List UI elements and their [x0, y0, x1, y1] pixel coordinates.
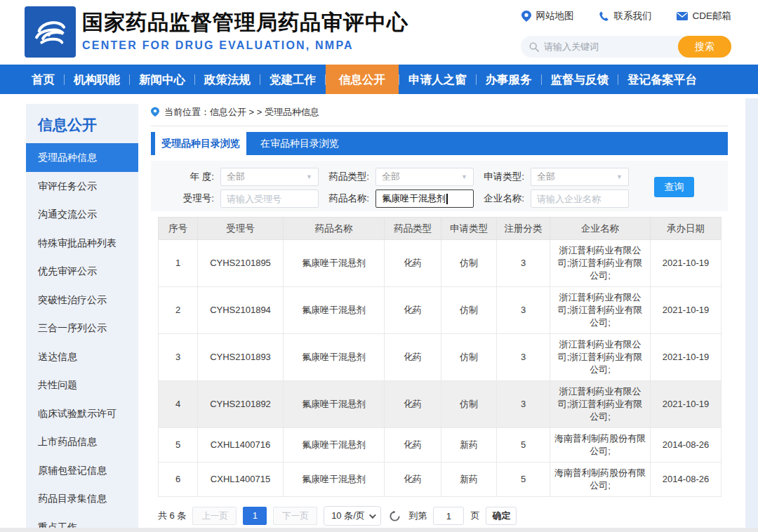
results-table-wrap: 序号受理号药品名称药品类型申请类型注册分类企业名称承办日期 1CYHS21018… — [158, 217, 721, 497]
breadcrumb: 当前位置：信息公开 > > 受理品种信息 — [151, 98, 728, 126]
table-cell: CYHS2101893 — [198, 334, 284, 381]
page-background-strip — [745, 98, 758, 528]
table-cell: CXHL1400716 — [198, 428, 284, 463]
tab-under-review-catalog[interactable]: 在审品种目录浏览 — [246, 132, 353, 155]
sidebar: 信息公开 受理品种信息审评任务公示沟通交流公示特殊审批品种列表优先审评公示突破性… — [26, 104, 138, 528]
sidebar-item-1[interactable]: 审评任务公示 — [26, 172, 138, 201]
table-cell: 化药 — [385, 287, 441, 334]
year-select-value: 全部 — [227, 171, 245, 183]
nav-item-4[interactable]: 党建工作 — [260, 65, 325, 94]
apply-type-select-value: 全部 — [537, 171, 555, 183]
query-button[interactable]: 查询 — [654, 177, 694, 197]
table-cell: CYHS2101894 — [198, 287, 284, 334]
table-row-2: 2CYHS2101894氟康唑干混悬剂化药仿制3浙江普利药业有限公司;浙江普利药… — [159, 287, 722, 334]
sidebar-item-6[interactable]: 三合一序列公示 — [26, 314, 138, 343]
search-icon — [529, 42, 539, 52]
nav-item-5[interactable]: 信息公开 — [326, 65, 399, 94]
table-cell: 浙江普利药业有限公司;浙江普利药业有限公司; — [550, 287, 651, 334]
next-page-button[interactable]: 下一页 — [273, 507, 317, 525]
sidebar-item-7[interactable]: 送达信息 — [26, 343, 138, 371]
accept-no-input[interactable] — [227, 194, 312, 204]
sidebar-item-11[interactable]: 原辅包登记信息 — [26, 456, 138, 485]
nav-item-1[interactable]: 机构职能 — [65, 65, 129, 94]
table-cell: 海南普利制药股份有限公司; — [550, 428, 651, 463]
drug-name-label: 药品名称: — [326, 192, 369, 205]
table-cell: 2021-10-19 — [651, 334, 722, 381]
table-cell: 化药 — [385, 428, 441, 463]
nav-item-2[interactable]: 新闻中心 — [130, 65, 194, 94]
table-cell: 氟康唑干混悬剂 — [284, 334, 385, 381]
table-cell: 3 — [497, 334, 550, 381]
sidebar-item-3[interactable]: 特殊审批品种列表 — [26, 229, 138, 258]
nav-item-0[interactable]: 首页 — [22, 65, 64, 94]
sidebar-item-10[interactable]: 上市药品信息 — [26, 427, 138, 456]
table-cell: 新药 — [441, 428, 497, 463]
sidebar-item-12[interactable]: 药品目录集信息 — [26, 484, 138, 513]
apply-type-select[interactable]: 全部 ▼ — [531, 168, 629, 186]
swan-swirl-icon — [30, 12, 71, 53]
nav-item-7[interactable]: 办事服务 — [477, 65, 541, 94]
sidebar-item-0[interactable]: 受理品种信息 — [26, 143, 138, 172]
refresh-icon — [389, 510, 401, 522]
nav-item-8[interactable]: 监督与反馈 — [542, 65, 618, 94]
column-header-4: 申请类型 — [441, 218, 497, 240]
cde-logo[interactable] — [25, 6, 76, 58]
table-cell: 仿制 — [441, 334, 497, 381]
sitemap-link[interactable]: 网站地图 — [521, 10, 573, 22]
table-cell: 浙江普利药业有限公司;浙江普利药业有限公司; — [550, 334, 651, 381]
prev-page-button[interactable]: 上一页 — [192, 507, 237, 525]
cde-mail-link[interactable]: CDE邮箱 — [677, 10, 731, 22]
table-cell: CYHS2101895 — [198, 240, 284, 287]
sidebar-item-4[interactable]: 优先审评公示 — [26, 257, 138, 286]
accept-no-field — [220, 189, 319, 208]
main-nav: 首页机构职能新闻中心政策法规党建工作信息公开申请人之窗办事服务监督与反馈登记备案… — [0, 65, 758, 94]
column-header-3: 药品类型 — [385, 218, 441, 240]
search-input[interactable]: 请输入关键词 — [544, 41, 678, 53]
page-size-select[interactable]: 10 条/页 — [324, 506, 381, 526]
table-cell: CXHL1400715 — [198, 463, 284, 497]
table-cell: 3 — [497, 287, 550, 334]
search-button[interactable]: 搜索 — [678, 36, 731, 58]
table-cell: 5 — [159, 428, 198, 463]
chevron-down-icon: ▼ — [461, 173, 467, 180]
company-label: 企业名称: — [481, 192, 524, 205]
phone-icon — [599, 11, 609, 22]
table-row-5: 5CXHL1400716氟康唑干混悬剂化药新药5海南普利制药股份有限公司;201… — [159, 428, 722, 463]
quick-links: 网站地图 联系我们 CDE邮箱 — [521, 10, 731, 22]
sidebar-item-8[interactable]: 共性问题 — [26, 371, 138, 399]
year-select[interactable]: 全部 ▼ — [220, 168, 319, 186]
nav-item-6[interactable]: 申请人之窗 — [399, 65, 476, 94]
column-header-2: 药品名称 — [284, 218, 385, 240]
sidebar-item-9[interactable]: 临床试验默示许可 — [26, 399, 138, 428]
sidebar-item-2[interactable]: 沟通交流公示 — [26, 200, 138, 229]
nav-item-9[interactable]: 登记备案平台 — [618, 65, 706, 94]
table-cell: 氟康唑干混悬剂 — [284, 463, 385, 497]
nav-item-3[interactable]: 政策法规 — [195, 65, 260, 94]
company-input[interactable] — [537, 194, 623, 204]
chevron-down-icon: ▼ — [616, 173, 623, 180]
table-cell: 6 — [159, 463, 198, 497]
goto-page-input[interactable] — [433, 507, 464, 525]
drug-type-select[interactable]: 全部 ▼ — [375, 168, 474, 186]
table-cell: 2 — [159, 287, 198, 334]
sitemap-label: 网站地图 — [536, 10, 573, 22]
table-cell: 仿制 — [441, 287, 497, 334]
tab-accepted-catalog[interactable]: 受理品种目录浏览 — [155, 132, 246, 155]
site-search[interactable]: 请输入关键词 搜索 — [521, 36, 731, 58]
location-pin-icon — [151, 107, 159, 117]
sidebar-item-5[interactable]: 突破性治疗公示 — [26, 286, 138, 314]
table-cell: 化药 — [385, 463, 441, 497]
chevron-down-icon — [369, 512, 376, 519]
total-count: 共 6 条 — [158, 510, 186, 522]
drug-name-input[interactable]: 氟康唑干混悬剂 — [375, 189, 474, 208]
site-header: 国家药品监督管理局药品审评中心 CENTER FOR DRUG EVALUATI… — [0, 0, 758, 65]
results-table: 序号受理号药品名称药品类型申请类型注册分类企业名称承办日期 1CYHS21018… — [158, 217, 722, 497]
contact-label: 联系我们 — [613, 10, 651, 22]
table-cell: 3 — [159, 334, 198, 381]
pagination: 共 6 条 上一页 1 下一页 10 条/页 到第 页 确定 — [158, 506, 728, 526]
text-cursor — [446, 194, 448, 204]
page-number-1[interactable]: 1 — [243, 507, 267, 525]
contact-link[interactable]: 联系我们 — [599, 10, 651, 22]
confirm-button[interactable]: 确定 — [486, 507, 517, 525]
refresh-button[interactable] — [389, 510, 401, 522]
